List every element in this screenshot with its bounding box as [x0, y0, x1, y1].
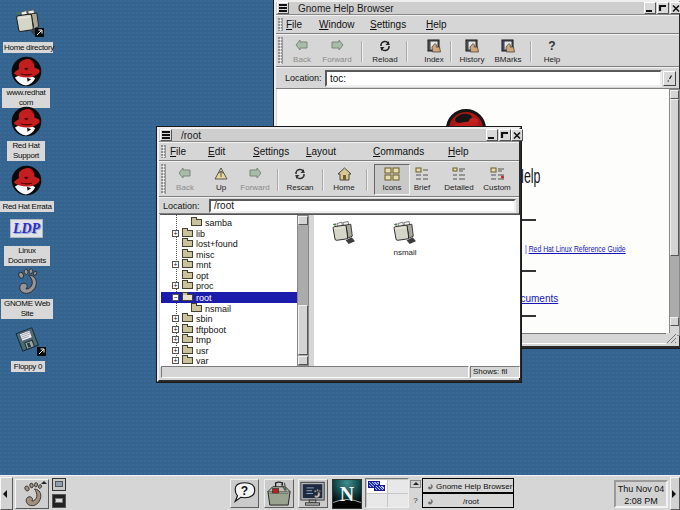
svg-text:?: ? — [548, 39, 555, 53]
svg-text:N: N — [340, 483, 355, 505]
svg-text:?: ? — [241, 484, 248, 498]
